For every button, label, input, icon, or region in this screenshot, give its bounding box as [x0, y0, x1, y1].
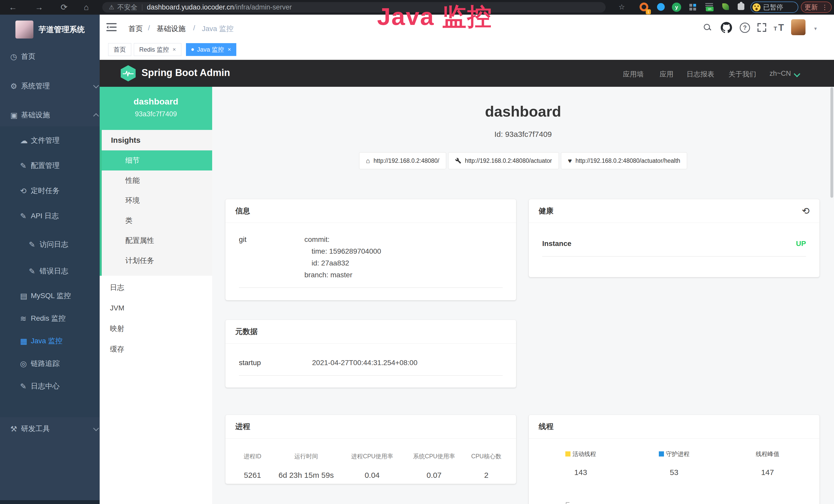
sba-item-metrics[interactable]: 性能	[102, 170, 212, 190]
sba-item-jvm[interactable]: JVM	[100, 298, 212, 318]
sidebar-item-label: Redis 监控	[31, 314, 66, 323]
sidebar-item-label: 错误日志	[40, 266, 68, 276]
sidebar-item-label: 基础设施	[21, 110, 50, 120]
fullscreen-icon[interactable]	[757, 22, 767, 32]
col-header: 进程CPU使用率	[341, 450, 404, 462]
locale-chevron-down-icon	[794, 71, 800, 77]
extension-grid-icon[interactable]	[689, 4, 696, 10]
extension-orange-icon[interactable]: 1	[640, 3, 648, 11]
browser-reload-icon[interactable]: ⟳	[61, 2, 68, 13]
sidebar-item-label: Java 监控	[31, 336, 62, 346]
extension-pin-icon[interactable]	[657, 3, 665, 11]
legend-label: 守护进程	[666, 451, 690, 457]
sidebar-item-home[interactable]: ◷ 首页	[0, 48, 110, 65]
avatar-caret-icon[interactable]: ▾	[814, 25, 817, 31]
process-col-cpu: 进程CPU使用率 0.04	[341, 450, 404, 481]
browser-menu-dots-icon[interactable]: ⋮	[821, 3, 828, 11]
paused-profile-pill[interactable]: 已暂停	[750, 2, 798, 13]
browser-forward-icon[interactable]: →	[35, 2, 43, 13]
tab-redis-monitor[interactable]: Redis 监控 ×	[134, 43, 181, 56]
gear-icon: ⚙	[10, 82, 21, 91]
sba-topbar: Spring Boot Admin 应用墙 应用 日志报表 关于我们 zh~CN	[100, 60, 834, 87]
font-size-icon-big: T	[778, 22, 784, 33]
legend-value: 143	[534, 466, 628, 478]
tab-close-icon[interactable]: ×	[173, 46, 176, 53]
sba-item-environment[interactable]: 环境	[102, 190, 212, 210]
app-logo[interactable]	[16, 21, 34, 39]
info-row-value: commit: time: 1596289704000 id: 27aa832 …	[304, 234, 381, 281]
user-avatar[interactable]	[791, 19, 806, 35]
sba-item-scheduled-tasks[interactable]: 计划任务	[102, 251, 212, 271]
bookmark-star-icon[interactable]: ☆	[618, 2, 625, 13]
sba-item-classes[interactable]: 类	[102, 210, 212, 231]
sba-nav-wallboard[interactable]: 应用墙	[623, 70, 644, 79]
health-card-title: 健康	[539, 206, 553, 216]
tools-icon: ⚒	[10, 425, 21, 433]
sba-nav-applications[interactable]: 应用	[660, 70, 674, 79]
sba-item-details[interactable]: 细节	[102, 151, 212, 170]
extension-list-icon[interactable]: on	[705, 3, 713, 8]
extension-y-icon[interactable]: y	[672, 3, 681, 12]
sba-nav-journal[interactable]: 日志报表	[686, 70, 714, 79]
sba-item-mappings[interactable]: 映射	[100, 319, 212, 339]
sba-logo-icon[interactable]	[121, 65, 136, 82]
sba-item-caches[interactable]: 缓存	[100, 339, 212, 359]
sidebar-item-infra[interactable]: ▣ 基础设施	[0, 107, 110, 123]
sidebar-item-label: 系统管理	[21, 81, 50, 91]
health-url-button[interactable]: ♥ http://192.168.0.2:48080/actuator/heal…	[561, 152, 687, 169]
page-subtitle: Id: 93a3fc7f7409	[212, 130, 834, 139]
threads-card: 线程 活动线程 143 守护进程 53 线程峰值 147	[529, 415, 820, 504]
health-history-icon[interactable]: ⟲	[802, 206, 810, 216]
tab-label: Redis 监控	[139, 45, 169, 54]
breadcrumb-home[interactable]: 首页	[128, 24, 143, 33]
sba-item-config-props[interactable]: 配置属性	[102, 231, 212, 251]
extension-y-letter: y	[675, 4, 678, 10]
browser-home-icon[interactable]: ⌂	[84, 2, 89, 13]
instance-name: dashboard	[100, 87, 212, 107]
extensions-puzzle-icon[interactable]	[738, 3, 744, 10]
cloud-icon: ☁	[20, 136, 31, 145]
health-instance-label: Instance	[542, 238, 571, 250]
browser-back-icon[interactable]: ←	[9, 2, 17, 13]
actuator-url-button[interactable]: http://192.168.0.2:48080/actuator	[448, 152, 559, 169]
font-size-icon[interactable]: T	[774, 25, 777, 32]
update-label: 更新	[805, 3, 818, 12]
gauge-icon: ◷	[10, 52, 21, 61]
col-value: 0.07	[404, 469, 464, 481]
page-scrollbar-thumb[interactable]	[830, 87, 833, 198]
service-url: http://192.168.0.2:48080/	[373, 157, 439, 164]
metadata-row-value: 2021-04-27T00:44:31.254+08:00	[312, 357, 417, 369]
sba-item-logs[interactable]: 日志	[100, 278, 212, 298]
y-axis-cap	[566, 502, 569, 503]
edit-icon: ✎	[29, 240, 40, 249]
service-url-button[interactable]: ⌂ http://192.168.0.2:48080/	[359, 152, 446, 169]
sba-nav-about[interactable]: 关于我们	[728, 70, 756, 79]
tab-label: 首页	[113, 45, 126, 54]
legend-value: 147	[721, 466, 814, 478]
tab-java-monitor[interactable]: Java 监控 ×	[186, 43, 236, 56]
sidebar-item-label: API 日志	[31, 211, 59, 221]
sba-locale-select[interactable]: zh~CN	[770, 70, 791, 77]
active-tab-dot	[191, 48, 194, 51]
hamburger-icon[interactable]	[106, 23, 117, 31]
col-value: 0.04	[341, 469, 404, 481]
question-glyph: ?	[743, 24, 747, 31]
update-browser-pill[interactable]: 更新 ⋮	[801, 2, 832, 13]
extension-leaf-icon[interactable]	[722, 3, 729, 10]
sba-instance-header[interactable]: dashboard 93a3fc7f7409	[100, 87, 212, 130]
sidebar-item-system[interactable]: ⚙ 系统管理	[0, 78, 110, 94]
legend-value: 53	[628, 466, 721, 478]
metadata-card-title: 元数据	[225, 320, 516, 344]
help-icon[interactable]: ?	[740, 23, 750, 33]
tab-close-icon[interactable]: ×	[227, 46, 231, 53]
process-card-title: 进程	[225, 415, 516, 438]
chevron-down-icon	[93, 83, 99, 89]
not-secure-warning-icon: ⚠	[109, 4, 114, 11]
astonished-emoji-icon	[752, 3, 761, 11]
breadcrumb-sep: /	[148, 24, 150, 32]
address-bar[interactable]: ⚠ 不安全 dashboard.yudao.iocoder.cn /infra/…	[102, 2, 606, 13]
breadcrumb-infra[interactable]: 基础设施	[157, 24, 185, 33]
github-icon[interactable]	[721, 22, 732, 33]
sidebar-item-dev-tools[interactable]: ⚒ 研发工具	[0, 420, 110, 437]
tab-home[interactable]: 首页	[108, 43, 131, 56]
